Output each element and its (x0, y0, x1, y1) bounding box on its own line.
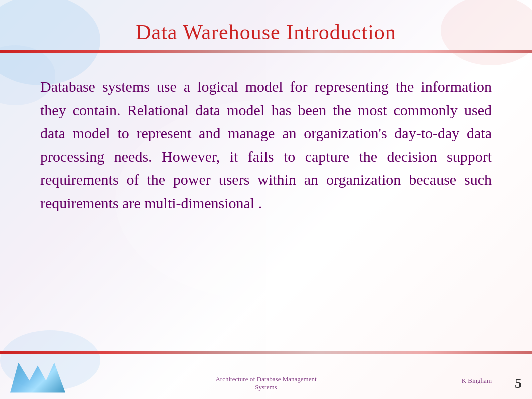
main-paragraph: Database systems use a logical model for… (40, 75, 492, 215)
university-logo (10, 363, 65, 393)
title-area: Data Warehouse Introduction (0, 10, 532, 44)
top-decorative-bar (0, 50, 532, 53)
slide-title: Data Warehouse Introduction (20, 20, 512, 44)
page-number: 5 (515, 375, 522, 391)
footer-author: K Bingham (462, 377, 492, 385)
footer: Architecture of Database Management Syst… (0, 354, 532, 399)
footer-center-text: Architecture of Database Management Syst… (215, 375, 316, 391)
footer-center-line2: Systems (255, 383, 277, 391)
content-area: Database systems use a logical model for… (30, 60, 502, 344)
logo-area (10, 359, 70, 396)
footer-center-line1: Architecture of Database Management (215, 375, 316, 383)
slide: Data Warehouse Introduction Database sys… (0, 0, 532, 399)
